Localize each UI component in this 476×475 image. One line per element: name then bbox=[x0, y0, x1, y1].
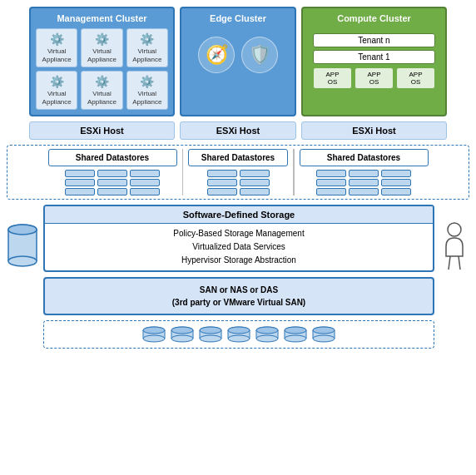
esxi-edge: ESXi Host bbox=[180, 121, 296, 140]
disk-stack-edge bbox=[207, 170, 270, 195]
va-icon-2: ⚙️ bbox=[95, 32, 109, 46]
disk-8a bbox=[381, 170, 411, 177]
va-grid: ⚙️ VirtualAppliance ⚙️ VirtualAppliance … bbox=[36, 28, 168, 110]
svg-point-34 bbox=[256, 335, 278, 342]
disk-2a bbox=[97, 170, 127, 177]
svg-point-5 bbox=[8, 225, 37, 235]
edge-icons: 🧭 🛡️ bbox=[198, 37, 278, 73]
disk-4a bbox=[207, 170, 237, 177]
os-label-2: OS bbox=[359, 78, 389, 86]
bottom-disk-6 bbox=[283, 326, 308, 343]
disk-6c bbox=[316, 188, 346, 195]
datastore-compute: Shared Datastores bbox=[300, 149, 429, 195]
tenant-n-label: Tenant n bbox=[358, 36, 389, 45]
disk-7a bbox=[349, 170, 379, 177]
disk-3c bbox=[130, 188, 160, 195]
svg-point-46 bbox=[313, 335, 335, 342]
sds-title: Software-Defined Storage bbox=[45, 206, 433, 224]
bottom-section: Software-Defined Storage Policy-Based St… bbox=[7, 205, 469, 349]
person-icon bbox=[439, 221, 469, 271]
bottom-disk-4 bbox=[226, 326, 251, 343]
esxi-mgmt: ESXi Host bbox=[29, 121, 175, 140]
svg-point-35 bbox=[256, 327, 278, 334]
va-box-2: ⚙️ VirtualAppliance bbox=[81, 28, 122, 67]
datastore-edge: Shared Datastores bbox=[188, 149, 288, 195]
datastores-outer: Shared Datastores bbox=[7, 145, 469, 200]
sds-item-3: Hypervisor Storage Abstraction bbox=[52, 254, 426, 267]
sds-box: Software-Defined Storage Policy-Based St… bbox=[43, 205, 434, 272]
compute-inner: Tenant n Tenant 1 APP OS APP OS APP bbox=[308, 28, 440, 94]
divider-1 bbox=[182, 149, 184, 195]
edge-compass-icon: 🧭 bbox=[198, 37, 235, 73]
divider-2 bbox=[293, 149, 295, 195]
san-subtitle: (3rd party or VMware Virtual SAN) bbox=[50, 296, 428, 309]
va-box-3: ⚙️ VirtualAppliance bbox=[126, 28, 168, 67]
san-title: SAN or NAS or DAS bbox=[50, 284, 428, 296]
disk-8c bbox=[381, 188, 411, 195]
disk-col-3 bbox=[130, 170, 160, 195]
esxi-compute-label: ESXi Host bbox=[352, 126, 396, 136]
svg-line-49 bbox=[449, 256, 450, 270]
disk-col-2 bbox=[97, 170, 127, 195]
bottom-disks bbox=[43, 320, 434, 349]
disk-5a bbox=[240, 170, 270, 177]
svg-point-47 bbox=[313, 327, 335, 334]
ds-edge-label: Shared Datastores bbox=[188, 149, 288, 166]
va-label-4: VirtualAppliance bbox=[42, 90, 72, 106]
tenant-1-box: Tenant 1 bbox=[313, 50, 435, 64]
disk-col-5 bbox=[240, 170, 270, 195]
va-box-6: ⚙️ VirtualAppliance bbox=[126, 71, 168, 110]
app-box-3: APP OS bbox=[396, 67, 435, 89]
compute-cluster: Compute Cluster Tenant n Tenant 1 APP OS… bbox=[301, 7, 447, 116]
clusters-row: Management Cluster ⚙️ VirtualAppliance ⚙… bbox=[7, 7, 469, 116]
bottom-disk-5 bbox=[255, 326, 280, 343]
app-label-1: APP bbox=[317, 71, 348, 78]
edge-cluster: Edge Cluster 🧭 🛡️ bbox=[180, 7, 296, 116]
esxi-edge-label: ESXi Host bbox=[216, 126, 260, 136]
app-label-3: APP bbox=[400, 71, 431, 78]
svg-point-16 bbox=[171, 335, 193, 342]
bottom-disk-3 bbox=[198, 326, 223, 343]
disk-3b bbox=[130, 179, 160, 186]
svg-point-29 bbox=[228, 327, 250, 334]
svg-point-40 bbox=[285, 335, 306, 342]
edge-cluster-title: Edge Cluster bbox=[210, 13, 266, 23]
ds-compute-label: Shared Datastores bbox=[300, 149, 429, 166]
va-icon-3: ⚙️ bbox=[140, 32, 154, 46]
svg-point-17 bbox=[171, 327, 193, 334]
va-label-1: VirtualAppliance bbox=[42, 47, 72, 63]
bottom-disk-7 bbox=[311, 326, 336, 343]
esxi-row: ESXi Host ESXi Host ESXi Host bbox=[7, 121, 469, 140]
esxi-mgmt-label: ESXi Host bbox=[80, 126, 124, 136]
disk-4b bbox=[207, 179, 237, 186]
os-label-1: OS bbox=[317, 78, 348, 86]
management-cluster-title: Management Cluster bbox=[36, 13, 168, 23]
diagram-container: Management Cluster ⚙️ VirtualAppliance ⚙… bbox=[0, 0, 476, 475]
disk-8b bbox=[381, 179, 411, 186]
app-row: APP OS APP OS APP OS bbox=[313, 67, 435, 89]
edge-shield-icon: 🛡️ bbox=[241, 37, 278, 73]
disk-col-8 bbox=[381, 170, 411, 195]
va-box-4: ⚙️ VirtualAppliance bbox=[36, 71, 77, 110]
sds-item-1: Policy-Based Storage Management bbox=[52, 227, 426, 240]
va-box-1: ⚙️ VirtualAppliance bbox=[36, 28, 77, 67]
va-icon-6: ⚙️ bbox=[140, 75, 154, 88]
os-label-3: OS bbox=[400, 78, 431, 86]
svg-point-10 bbox=[143, 335, 165, 342]
disk-7b bbox=[349, 179, 379, 186]
svg-point-4 bbox=[8, 256, 37, 266]
center-storage: Software-Defined Storage Policy-Based St… bbox=[43, 205, 434, 349]
disk-4c bbox=[207, 188, 237, 195]
va-icon-5: ⚙️ bbox=[95, 75, 109, 88]
bottom-disk-2 bbox=[170, 326, 195, 343]
db-cylinder-icon bbox=[7, 221, 38, 271]
va-label-6: VirtualAppliance bbox=[132, 90, 161, 106]
compute-cluster-title: Compute Cluster bbox=[308, 13, 440, 23]
tenant-n-box: Tenant n bbox=[313, 33, 435, 47]
ds-mgmt-label: Shared Datastores bbox=[48, 149, 177, 166]
disk-col-1 bbox=[65, 170, 95, 195]
va-icon-1: ⚙️ bbox=[50, 32, 64, 46]
va-box-5: ⚙️ VirtualAppliance bbox=[81, 71, 122, 110]
app-box-2: APP OS bbox=[355, 67, 394, 89]
right-person bbox=[439, 221, 469, 271]
